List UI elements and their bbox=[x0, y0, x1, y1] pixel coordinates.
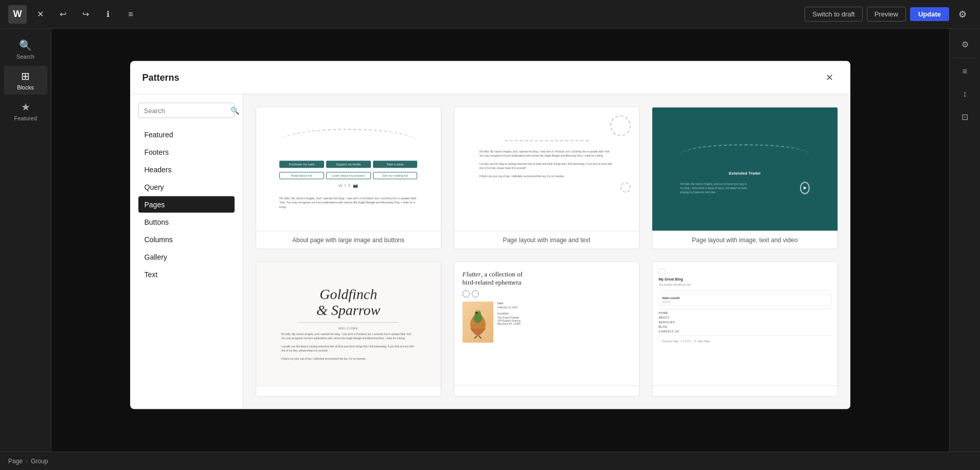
pattern-label-goldfinch bbox=[256, 386, 441, 396]
pattern-preview-flutter: Flutter, a collection ofbird-related eph… bbox=[454, 262, 639, 386]
featured-nav-icon: ★ bbox=[21, 101, 30, 113]
search-nav-icon: 🔍 bbox=[19, 39, 32, 51]
topbar-right: Switch to draft Preview Update ⚙ bbox=[805, 5, 972, 24]
pattern-label-page-image-text: Page layout with image and text bbox=[454, 231, 639, 249]
sidebar-item-featured[interactable]: ★ Featured bbox=[4, 97, 47, 125]
pattern-card-blog[interactable]: My Great Blog Just another WordPress sit… bbox=[652, 262, 838, 397]
pattern-preview-blog: My Great Blog Just another WordPress sit… bbox=[652, 262, 837, 386]
category-item-gallery[interactable]: Gallery bbox=[138, 249, 235, 265]
redo-button[interactable]: ↪ bbox=[76, 5, 95, 24]
pattern-label-flutter bbox=[454, 386, 639, 396]
svg-point-4 bbox=[476, 312, 477, 314]
pattern-preview-about: Purchase my work Support my studio Take … bbox=[256, 107, 441, 231]
pattern-card-about[interactable]: Purchase my work Support my studio Take … bbox=[256, 107, 441, 249]
update-button[interactable]: Update bbox=[910, 7, 949, 21]
breadcrumb-page[interactable]: Page bbox=[8, 458, 23, 465]
pattern-card-page-image-text[interactable]: Oh hello. My name's Angela, and I operat… bbox=[454, 107, 639, 249]
category-item-pages[interactable]: Pages bbox=[138, 196, 235, 213]
modal-body: 🔍 Featured Footers Headers Query Pages B… bbox=[130, 95, 850, 409]
category-item-footers[interactable]: Footers bbox=[138, 144, 235, 160]
modal-header: Patterns ✕ bbox=[130, 61, 850, 95]
blocks-nav-icon: ⊞ bbox=[21, 70, 30, 82]
sidebar-item-search[interactable]: 🔍 Search bbox=[4, 35, 47, 64]
patterns-content: Purchase my work Support my studio Take … bbox=[243, 95, 850, 409]
topbar: W ✕ ↩ ↪ ℹ ≡ Switch to draft Preview Upda… bbox=[0, 0, 980, 29]
category-item-text[interactable]: Text bbox=[138, 266, 235, 283]
bottombar: Page › Group bbox=[0, 451, 980, 470]
category-item-featured[interactable]: Featured bbox=[138, 126, 235, 143]
svg-line-5 bbox=[474, 336, 477, 338]
search-submit-button[interactable]: 🔍 bbox=[230, 106, 239, 115]
breadcrumb-separator: › bbox=[26, 458, 28, 465]
info-button[interactable]: ℹ bbox=[99, 5, 117, 24]
category-item-query[interactable]: Query bbox=[138, 179, 235, 195]
close-button[interactable]: ✕ bbox=[31, 5, 49, 24]
settings-button[interactable]: ⚙ bbox=[953, 5, 972, 24]
svg-line-6 bbox=[478, 336, 481, 338]
pattern-label-blog bbox=[652, 386, 837, 396]
pattern-preview-video: Extended Trailer Oh hello. My name's Ang… bbox=[652, 107, 837, 231]
pattern-preview-goldfinch: Goldfinch& Sparrow Welcome Oh hello. My … bbox=[256, 262, 441, 386]
sidebar-item-blocks[interactable]: ⊞ Blocks bbox=[4, 66, 47, 95]
right-sidebar-divider bbox=[953, 58, 977, 58]
pattern-card-goldfinch[interactable]: Goldfinch& Sparrow Welcome Oh hello. My … bbox=[256, 262, 441, 397]
category-list: Featured Footers Headers Query Pages But… bbox=[138, 126, 235, 283]
right-grid-icon[interactable]: ⊡ bbox=[956, 107, 974, 126]
right-sidebar: ⚙ ≡ ↕ ⊡ bbox=[949, 29, 980, 470]
preview-button[interactable]: Preview bbox=[867, 7, 906, 22]
right-list-icon[interactable]: ≡ bbox=[956, 62, 974, 81]
category-item-buttons[interactable]: Buttons bbox=[138, 214, 235, 230]
modal-close-button[interactable]: ✕ bbox=[822, 69, 838, 86]
pattern-card-video[interactable]: Extended Trailer Oh hello. My name's Ang… bbox=[652, 107, 838, 249]
pattern-card-flutter[interactable]: Flutter, a collection ofbird-related eph… bbox=[454, 262, 639, 397]
category-item-headers[interactable]: Headers bbox=[138, 161, 235, 178]
dashed-arc-decoration bbox=[279, 129, 417, 155]
pattern-label-video: Page layout with image, text and video bbox=[652, 231, 837, 249]
list-view-button[interactable]: ≡ bbox=[121, 5, 140, 24]
patterns-modal: Patterns ✕ 🔍 Featured Footers Headers Qu… bbox=[130, 61, 850, 409]
topbar-left: W ✕ ↩ ↪ ℹ ≡ bbox=[8, 5, 140, 24]
sidebar-item-label-search: Search bbox=[16, 53, 34, 60]
wp-logo: W bbox=[8, 5, 27, 24]
modal-title: Patterns bbox=[142, 72, 180, 83]
modal-left-panel: 🔍 Featured Footers Headers Query Pages B… bbox=[130, 95, 243, 409]
switch-to-draft-button[interactable]: Switch to draft bbox=[805, 7, 862, 22]
category-item-columns[interactable]: Columns bbox=[138, 231, 235, 248]
patterns-grid: Purchase my work Support my studio Take … bbox=[256, 107, 838, 397]
search-box: 🔍 bbox=[138, 103, 235, 118]
right-settings-icon[interactable]: ⚙ bbox=[956, 35, 974, 53]
undo-button[interactable]: ↩ bbox=[54, 5, 72, 24]
search-input[interactable] bbox=[144, 106, 230, 114]
pattern-preview-page-image-text: Oh hello. My name's Angela, and I operat… bbox=[454, 107, 639, 231]
right-resize-icon[interactable]: ↕ bbox=[956, 85, 974, 103]
left-sidebar: 🔍 Search ⊞ Blocks ★ Featured bbox=[0, 29, 51, 470]
pattern-label-about: About page with large image and buttons bbox=[256, 231, 441, 249]
sidebar-item-label-featured: Featured bbox=[14, 115, 37, 121]
sidebar-item-label-blocks: Blocks bbox=[17, 84, 33, 91]
breadcrumb-group[interactable]: Group bbox=[31, 458, 48, 465]
